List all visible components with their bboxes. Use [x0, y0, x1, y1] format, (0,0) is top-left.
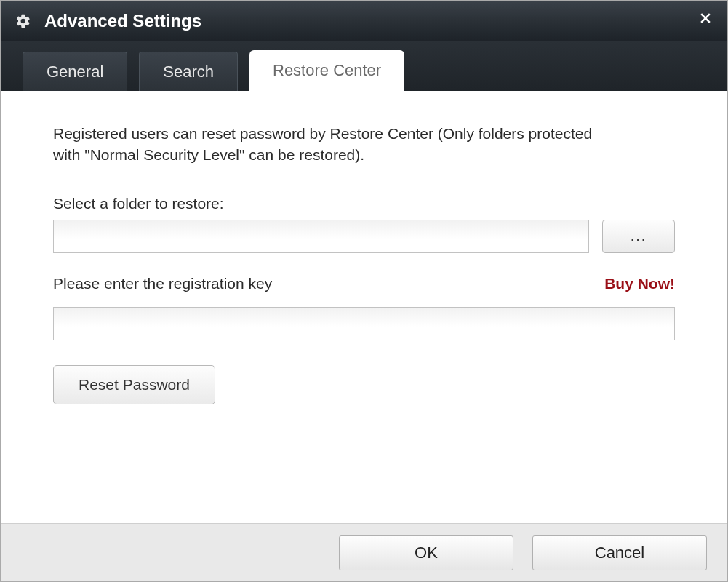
gear-icon — [15, 13, 31, 29]
registration-key-input[interactable] — [53, 307, 675, 340]
close-icon[interactable] — [698, 11, 713, 25]
titlebar: Advanced Settings — [1, 1, 727, 41]
tab-search[interactable]: Search — [139, 52, 238, 91]
registration-label-row: Please enter the registration key Buy No… — [53, 275, 675, 300]
reset-password-button[interactable]: Reset Password — [53, 365, 215, 404]
buy-now-link[interactable]: Buy Now! — [604, 275, 675, 292]
ok-button[interactable]: OK — [339, 535, 513, 570]
folder-row: ... — [53, 220, 675, 253]
folder-input[interactable] — [53, 220, 589, 253]
settings-window: Advanced Settings General Search Restore… — [0, 0, 728, 582]
window-title: Advanced Settings — [44, 11, 201, 31]
tab-restore-center[interactable]: Restore Center — [249, 50, 404, 91]
folder-label: Select a folder to restore: — [53, 195, 675, 212]
dialog-footer: OK Cancel — [1, 523, 727, 581]
tab-general[interactable]: General — [23, 52, 127, 91]
content-panel: Registered users can reset password by R… — [1, 91, 727, 523]
description-text: Registered users can reset password by R… — [53, 123, 620, 166]
browse-button[interactable]: ... — [602, 220, 675, 253]
registration-label: Please enter the registration key — [53, 275, 272, 292]
cancel-button[interactable]: Cancel — [532, 535, 707, 570]
tabbar: General Search Restore Center — [1, 41, 727, 91]
